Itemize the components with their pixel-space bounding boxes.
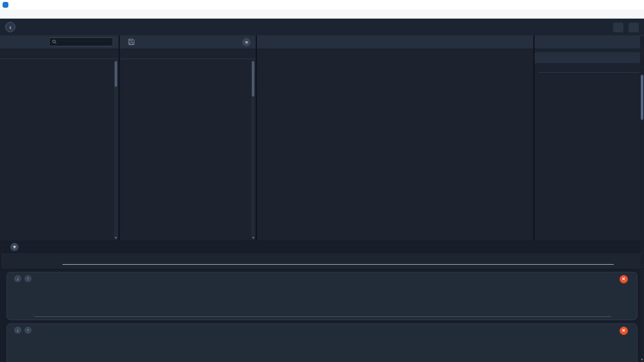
signal-strength-bars-chart[interactable]: [34, 335, 611, 362]
y-axis-left: [11, 335, 34, 362]
packet-flow-panel: × ▾: [120, 35, 256, 240]
airtime-sunburst-chart[interactable]: [257, 48, 533, 240]
graph-close-icon[interactable]: ×: [620, 275, 628, 283]
time-ruler[interactable]: [1, 253, 643, 269]
band-badge[interactable]: [613, 23, 623, 32]
search-input[interactable]: [59, 39, 110, 45]
app-logo-icon: [3, 2, 8, 8]
y-axis-right: [611, 283, 633, 317]
search-icon: [52, 39, 57, 44]
flow-scrollbar[interactable]: ▾: [251, 60, 255, 239]
breadcrumb-bar: ‹: [0, 19, 644, 35]
client-details-panel: ▾: [535, 35, 644, 240]
packet-events-panel: ▾: [0, 35, 118, 240]
y-axis-left: [11, 283, 34, 317]
move-up-icon[interactable]: ↑: [24, 327, 32, 334]
search-box[interactable]: [49, 37, 113, 46]
events-scrollbar[interactable]: ▾: [114, 60, 118, 239]
move-down-icon[interactable]: ↓: [14, 327, 21, 334]
ap-transmit-bars-chart[interactable]: [34, 283, 611, 317]
chevron-down-icon[interactable]: ▾: [10, 243, 19, 251]
title-bar: [0, 0, 644, 10]
packet-flow-close-icon[interactable]: ×: [242, 38, 251, 46]
capture-size-badge[interactable]: [629, 23, 639, 32]
window-scrollbar[interactable]: ▾: [640, 36, 644, 362]
graph-close-icon[interactable]: ×: [620, 327, 628, 335]
move-down-icon[interactable]: ↓: [14, 275, 21, 282]
signal-strength-graph-panel: ↓ ↑ ×: [6, 323, 638, 362]
y-axis-right: [611, 335, 633, 362]
save-icon[interactable]: [128, 39, 135, 45]
move-up-icon[interactable]: ↑: [24, 275, 32, 282]
back-button[interactable]: ‹: [5, 22, 15, 32]
airtime-usage-panel: [257, 35, 533, 240]
menu-bar: [0, 10, 644, 19]
ap-transmit-graph-panel: ↓ ↑ ×: [6, 272, 638, 320]
time-graphs-section: ▾ ↓ ↑ × ↓ ↑ ×: [0, 240, 644, 362]
